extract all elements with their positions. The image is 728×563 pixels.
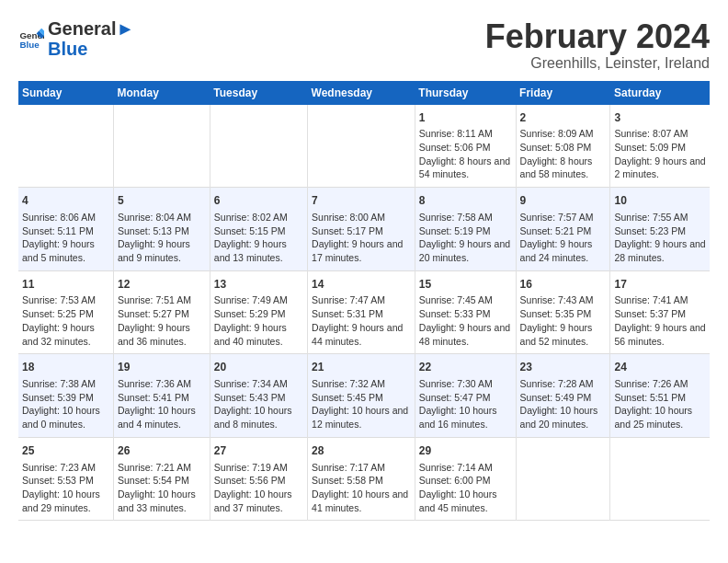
- day-info: Sunrise: 7:55 AM Sunset: 5:23 PM Dayligh…: [614, 211, 706, 265]
- calendar-cell: [114, 105, 210, 188]
- calendar-cell: 26Sunrise: 7:21 AM Sunset: 5:54 PM Dayli…: [114, 437, 210, 521]
- day-info: Sunrise: 7:34 AM Sunset: 5:43 PM Dayligh…: [214, 377, 303, 431]
- title-block: February 2024 Greenhills, Leinster, Irel…: [485, 18, 710, 72]
- day-info: Sunrise: 7:14 AM Sunset: 6:00 PM Dayligh…: [419, 461, 512, 515]
- day-info: Sunrise: 8:00 AM Sunset: 5:17 PM Dayligh…: [312, 211, 411, 265]
- day-number: 15: [419, 277, 512, 293]
- day-info: Sunrise: 7:32 AM Sunset: 5:45 PM Dayligh…: [312, 377, 411, 431]
- day-info: Sunrise: 7:51 AM Sunset: 5:27 PM Dayligh…: [118, 293, 206, 348]
- day-number: 6: [214, 193, 303, 209]
- day-info: Sunrise: 8:02 AM Sunset: 5:15 PM Dayligh…: [214, 211, 303, 265]
- calendar-cell: 24Sunrise: 7:26 AM Sunset: 5:51 PM Dayli…: [610, 354, 710, 438]
- calendar-table: SundayMondayTuesdayWednesdayThursdayFrid…: [18, 81, 710, 522]
- day-number: 9: [520, 193, 607, 209]
- header-day-tuesday: Tuesday: [210, 81, 307, 105]
- calendar-cell: [516, 437, 610, 521]
- day-number: 11: [22, 277, 109, 293]
- day-number: 8: [419, 193, 512, 209]
- day-info: Sunrise: 7:58 AM Sunset: 5:19 PM Dayligh…: [419, 211, 512, 265]
- calendar-cell: 2Sunrise: 8:09 AM Sunset: 5:08 PM Daylig…: [516, 105, 610, 188]
- calendar-cell: 11Sunrise: 7:53 AM Sunset: 5:25 PM Dayli…: [18, 270, 114, 354]
- day-info: Sunrise: 7:57 AM Sunset: 5:21 PM Dayligh…: [520, 211, 607, 265]
- day-info: Sunrise: 7:41 AM Sunset: 5:37 PM Dayligh…: [614, 293, 706, 348]
- header-day-friday: Friday: [516, 81, 610, 105]
- day-number: 16: [520, 277, 607, 293]
- header-day-monday: Monday: [114, 81, 210, 105]
- day-info: Sunrise: 7:49 AM Sunset: 5:29 PM Dayligh…: [214, 293, 303, 348]
- calendar-cell: 10Sunrise: 7:55 AM Sunset: 5:23 PM Dayli…: [610, 188, 710, 271]
- day-info: Sunrise: 7:17 AM Sunset: 5:58 PM Dayligh…: [312, 461, 411, 515]
- day-number: 4: [22, 193, 109, 209]
- day-info: Sunrise: 7:45 AM Sunset: 5:33 PM Dayligh…: [419, 293, 512, 348]
- calendar-cell: 16Sunrise: 7:43 AM Sunset: 5:35 PM Dayli…: [516, 270, 610, 354]
- logo-blue-text: Blue: [48, 39, 134, 59]
- day-number: 29: [419, 443, 512, 459]
- calendar-cell: 19Sunrise: 7:36 AM Sunset: 5:41 PM Dayli…: [114, 354, 210, 438]
- day-info: Sunrise: 7:28 AM Sunset: 5:49 PM Dayligh…: [520, 377, 607, 431]
- day-number: 28: [312, 443, 411, 459]
- day-number: 24: [614, 360, 706, 375]
- header-day-saturday: Saturday: [610, 81, 710, 105]
- svg-text:Blue: Blue: [19, 40, 40, 50]
- page-header: General Blue General► Blue February 2024…: [18, 18, 710, 72]
- calendar-cell: [18, 105, 114, 188]
- day-number: 20: [214, 360, 303, 375]
- calendar-week-2: 4Sunrise: 8:06 AM Sunset: 5:11 PM Daylig…: [18, 188, 710, 271]
- calendar-cell: 15Sunrise: 7:45 AM Sunset: 5:33 PM Dayli…: [415, 270, 516, 354]
- calendar-cell: 14Sunrise: 7:47 AM Sunset: 5:31 PM Dayli…: [308, 270, 415, 354]
- header-day-thursday: Thursday: [415, 81, 516, 105]
- day-number: 21: [312, 360, 411, 375]
- day-info: Sunrise: 7:21 AM Sunset: 5:54 PM Dayligh…: [118, 461, 206, 515]
- day-number: 23: [520, 360, 607, 375]
- day-info: Sunrise: 8:07 AM Sunset: 5:09 PM Dayligh…: [614, 127, 706, 181]
- day-number: 10: [614, 193, 706, 209]
- calendar-week-5: 25Sunrise: 7:23 AM Sunset: 5:53 PM Dayli…: [18, 437, 710, 521]
- page-subtitle: Greenhills, Leinster, Ireland: [485, 55, 710, 72]
- day-number: 3: [614, 110, 706, 126]
- day-number: 19: [118, 360, 206, 375]
- calendar-week-4: 18Sunrise: 7:38 AM Sunset: 5:39 PM Dayli…: [18, 354, 710, 438]
- calendar-cell: 3Sunrise: 8:07 AM Sunset: 5:09 PM Daylig…: [610, 105, 710, 188]
- calendar-cell: 21Sunrise: 7:32 AM Sunset: 5:45 PM Dayli…: [308, 354, 415, 438]
- logo-icon: General Blue: [18, 26, 44, 52]
- calendar-cell: 7Sunrise: 8:00 AM Sunset: 5:17 PM Daylig…: [308, 188, 415, 271]
- calendar-cell: 18Sunrise: 7:38 AM Sunset: 5:39 PM Dayli…: [18, 354, 114, 438]
- day-number: 25: [22, 443, 109, 459]
- calendar-cell: 1Sunrise: 8:11 AM Sunset: 5:06 PM Daylig…: [415, 105, 516, 188]
- calendar-week-1: 1Sunrise: 8:11 AM Sunset: 5:06 PM Daylig…: [18, 105, 710, 188]
- calendar-header-row: SundayMondayTuesdayWednesdayThursdayFrid…: [18, 81, 710, 105]
- day-info: Sunrise: 7:26 AM Sunset: 5:51 PM Dayligh…: [614, 377, 706, 431]
- calendar-cell: 13Sunrise: 7:49 AM Sunset: 5:29 PM Dayli…: [210, 270, 307, 354]
- day-info: Sunrise: 7:43 AM Sunset: 5:35 PM Dayligh…: [520, 293, 607, 348]
- day-number: 1: [419, 110, 512, 126]
- calendar-cell: 5Sunrise: 8:04 AM Sunset: 5:13 PM Daylig…: [114, 188, 210, 271]
- calendar-cell: 12Sunrise: 7:51 AM Sunset: 5:27 PM Dayli…: [114, 270, 210, 354]
- calendar-cell: 22Sunrise: 7:30 AM Sunset: 5:47 PM Dayli…: [415, 354, 516, 438]
- calendar-cell: 27Sunrise: 7:19 AM Sunset: 5:56 PM Dayli…: [210, 437, 307, 521]
- day-info: Sunrise: 8:09 AM Sunset: 5:08 PM Dayligh…: [520, 127, 607, 181]
- calendar-cell: 17Sunrise: 7:41 AM Sunset: 5:37 PM Dayli…: [610, 270, 710, 354]
- day-info: Sunrise: 7:38 AM Sunset: 5:39 PM Dayligh…: [22, 377, 109, 431]
- day-number: 22: [419, 360, 512, 375]
- calendar-cell: 28Sunrise: 7:17 AM Sunset: 5:58 PM Dayli…: [308, 437, 415, 521]
- page-title: February 2024: [485, 18, 710, 55]
- logo: General Blue General► Blue: [18, 18, 134, 59]
- day-info: Sunrise: 8:04 AM Sunset: 5:13 PM Dayligh…: [118, 211, 206, 265]
- calendar-cell: 29Sunrise: 7:14 AM Sunset: 6:00 PM Dayli…: [415, 437, 516, 521]
- day-info: Sunrise: 7:47 AM Sunset: 5:31 PM Dayligh…: [312, 293, 411, 348]
- calendar-cell: 6Sunrise: 8:02 AM Sunset: 5:15 PM Daylig…: [210, 188, 307, 271]
- calendar-cell: 8Sunrise: 7:58 AM Sunset: 5:19 PM Daylig…: [415, 188, 516, 271]
- day-info: Sunrise: 8:06 AM Sunset: 5:11 PM Dayligh…: [22, 211, 109, 265]
- calendar-cell: 4Sunrise: 8:06 AM Sunset: 5:11 PM Daylig…: [18, 188, 114, 271]
- logo-general-text: General►: [48, 18, 134, 39]
- calendar-cell: [610, 437, 710, 521]
- day-number: 13: [214, 277, 303, 293]
- day-number: 18: [22, 360, 109, 375]
- calendar-week-3: 11Sunrise: 7:53 AM Sunset: 5:25 PM Dayli…: [18, 270, 710, 354]
- calendar-cell: 20Sunrise: 7:34 AM Sunset: 5:43 PM Dayli…: [210, 354, 307, 438]
- header-day-sunday: Sunday: [18, 81, 114, 105]
- header-day-wednesday: Wednesday: [308, 81, 415, 105]
- day-number: 27: [214, 443, 303, 459]
- day-info: Sunrise: 8:11 AM Sunset: 5:06 PM Dayligh…: [419, 127, 512, 181]
- day-info: Sunrise: 7:36 AM Sunset: 5:41 PM Dayligh…: [118, 377, 206, 431]
